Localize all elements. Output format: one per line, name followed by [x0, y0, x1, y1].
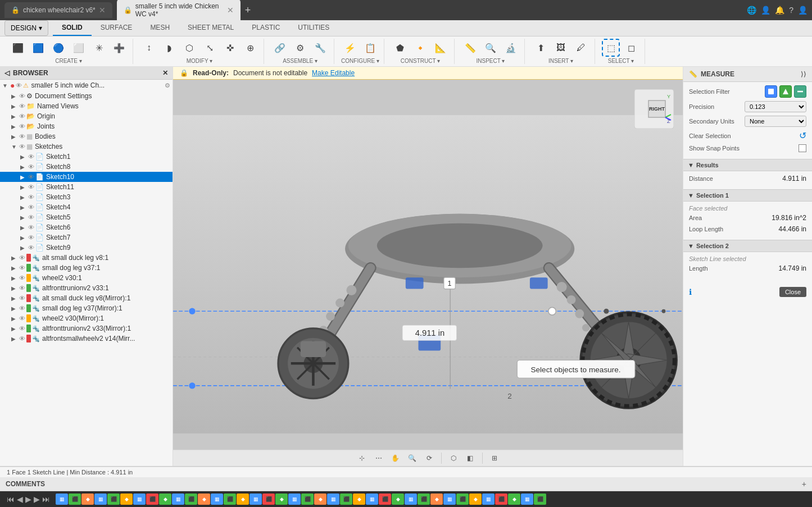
timeline-item[interactable]: ◆ — [237, 494, 249, 505]
tab-surface[interactable]: SURFACE — [92, 20, 142, 36]
joint-icon[interactable]: 🔗 — [271, 39, 289, 57]
eye-icon-comp4[interactable]: 👁 — [19, 285, 25, 291]
select-label[interactable]: SELECT ▾ — [608, 58, 634, 64]
modify-label[interactable]: MODIFY ▾ — [187, 58, 212, 64]
tree-item-comp2[interactable]: ▶ 👁 🔩 small dog leg v37:1 — [0, 263, 173, 273]
loft-icon[interactable]: ✳ — [90, 39, 108, 57]
tree-arrow-sk8[interactable]: ▶ — [20, 164, 28, 170]
timeline-item[interactable]: ▦ — [94, 494, 107, 505]
view-cube-btn[interactable]: ⬡ — [446, 452, 461, 464]
eye-icon-sk1[interactable]: 👁 — [28, 153, 34, 160]
configure-icon2[interactable]: 📋 — [361, 39, 379, 57]
eye-icon-sketches[interactable]: 👁 — [19, 143, 25, 150]
eye-icon-sk7[interactable]: 👁 — [28, 234, 34, 241]
tree-item-sketch8[interactable]: ▶ 👁 📄 Sketch8 — [0, 162, 173, 172]
precision-select[interactable]: 0.123 0.12 0.1 — [745, 101, 806, 112]
timeline-item[interactable]: ⬛ — [340, 494, 352, 505]
extrude-icon[interactable]: 🟦 — [29, 39, 47, 57]
tree-arrow-named[interactable]: ▶ — [11, 103, 19, 109]
tree-item-comp3[interactable]: ▶ 👁 🔩 wheel2 v30:1 — [0, 273, 173, 283]
eye-icon-bodies[interactable]: 👁 — [19, 133, 25, 140]
tree-arrow-comp9[interactable]: ▶ — [11, 336, 19, 342]
filter-icon-1[interactable] — [765, 85, 777, 98]
tree-arrow-comp4[interactable]: ▶ — [11, 285, 19, 291]
tree-item-doc-settings[interactable]: ▶ 👁 ⚙ Document Settings — [0, 91, 173, 101]
tree-item-sketch5[interactable]: ▶ 👁 📄 Sketch5 — [0, 212, 173, 222]
eye-icon-comp5[interactable]: 👁 — [19, 295, 25, 302]
timeline-item[interactable]: ▦ — [521, 494, 533, 505]
selection2-header[interactable]: ▼ Selection 2 — [683, 240, 812, 252]
tree-item-sketch6[interactable]: ▶ 👁 📄 Sketch6 — [0, 222, 173, 232]
window-select-icon[interactable]: ◻ — [622, 39, 640, 57]
timeline-item[interactable]: ⬛ — [495, 494, 507, 505]
zoom-btn[interactable]: 🔍 — [405, 452, 420, 464]
combine-icon[interactable]: ⊕ — [241, 39, 259, 57]
tree-arrow-root[interactable]: ▼ — [2, 83, 10, 89]
secondary-units-select[interactable]: None mm cm — [745, 116, 806, 127]
timeline-item[interactable]: ⬛ — [185, 494, 197, 505]
tree-arrow-sk5[interactable]: ▶ — [20, 214, 28, 221]
eye-icon-doc[interactable]: 👁 — [19, 93, 25, 99]
tree-arrow-comp1[interactable]: ▶ — [11, 255, 19, 261]
tree-arrow-comp3[interactable]: ▶ — [11, 275, 19, 281]
back-icon[interactable]: ◁ — [4, 69, 10, 77]
clear-selection-button[interactable]: ↺ — [799, 130, 806, 141]
eye-icon-named[interactable]: 👁 — [19, 103, 25, 109]
tree-item-sketch9[interactable]: ▶ 👁 📄 Sketch9 — [0, 243, 173, 253]
timeline-item[interactable]: ◆ — [469, 494, 482, 505]
timeline-item[interactable]: ▦ — [172, 494, 184, 505]
eye-icon-sk6[interactable]: 👁 — [28, 224, 34, 231]
revolve-icon[interactable]: 🔵 — [49, 39, 67, 57]
info-icon[interactable]: ℹ — [689, 287, 692, 296]
timeline-item[interactable]: ▦ — [288, 494, 301, 505]
measure-icon[interactable]: 📏 — [461, 39, 479, 57]
timeline-item[interactable]: ⬛ — [224, 494, 236, 505]
tree-arrow-sk6[interactable]: ▶ — [20, 225, 28, 231]
tree-arrow-comp2[interactable]: ▶ — [11, 265, 19, 271]
scale-icon[interactable]: ⤡ — [201, 39, 219, 57]
tree-item-comp5[interactable]: ▶ 👁 🔩 alt small duck leg v8(Mirror):1 — [0, 293, 173, 303]
tree-arrow-sk11[interactable]: ▶ — [20, 184, 28, 190]
construct-label[interactable]: CONSTRUCT ▾ — [401, 58, 440, 64]
pan-btn[interactable]: ✋ — [388, 452, 403, 464]
tab-sheetmetal[interactable]: SHEET METAL — [179, 20, 243, 36]
insert-icon[interactable]: ⬆ — [532, 39, 550, 57]
timeline-item[interactable]: ⬛ — [301, 494, 314, 505]
timeline-item[interactable]: ⬛ — [107, 494, 120, 505]
add-comment-icon[interactable]: + — [802, 479, 806, 488]
timeline-item[interactable]: ⬛ — [262, 494, 275, 505]
tree-item-sketch4[interactable]: ▶ 👁 📄 Sketch4 — [0, 202, 173, 212]
tree-item-sketch11[interactable]: ▶ 👁 📄 Sketch11 — [0, 182, 173, 192]
timeline-item[interactable]: ▦ — [133, 494, 146, 505]
sweep-icon[interactable]: ⬜ — [70, 39, 88, 57]
eye-icon-comp9[interactable]: 👁 — [19, 335, 25, 342]
tree-arrow-doc[interactable]: ▶ — [11, 93, 19, 99]
insert-label[interactable]: INSERT ▾ — [548, 58, 573, 64]
timeline-item[interactable]: ◆ — [275, 494, 288, 505]
tree-arrow-joints[interactable]: ▶ — [11, 124, 19, 130]
timeline-item[interactable]: ⬛ — [69, 494, 81, 505]
canvas-icon[interactable]: 🖊 — [572, 39, 590, 57]
tree-arrow-comp6[interactable]: ▶ — [11, 305, 19, 312]
tree-item-bodies[interactable]: ▶ 👁 ▦ Bodies — [0, 131, 173, 141]
decal-icon[interactable]: 🖼 — [552, 39, 570, 57]
results-section-header[interactable]: ▼ Results — [683, 159, 812, 171]
eye-icon-root[interactable]: 👁 — [16, 82, 22, 89]
timeline-item[interactable]: ⬛ — [379, 494, 391, 505]
root-settings-icon[interactable]: ⚙ — [165, 82, 170, 89]
design-button[interactable]: DESIGN ▾ — [4, 20, 48, 36]
eye-icon-comp3[interactable]: 👁 — [19, 275, 25, 281]
timeline-item[interactable]: ▦ — [56, 494, 68, 505]
tree-arrow-sk7[interactable]: ▶ — [20, 235, 28, 241]
filter-icon-2[interactable] — [779, 85, 792, 98]
show-snap-checkbox[interactable] — [799, 144, 806, 152]
tree-item-comp7[interactable]: ▶ 👁 🔩 wheel2 v30(Mirror):1 — [0, 313, 173, 323]
eye-icon-sk4[interactable]: 👁 — [28, 204, 34, 211]
tree-item-named-views[interactable]: ▶ 👁 📁 Named Views — [0, 101, 173, 111]
tree-arrow-origin[interactable]: ▶ — [11, 113, 19, 120]
eye-icon-comp7[interactable]: 👁 — [19, 315, 25, 322]
selection1-header[interactable]: ▼ Selection 1 — [683, 189, 812, 202]
tab-close-1[interactable]: ✕ — [99, 6, 106, 15]
orbit-btn[interactable]: ⟳ — [422, 452, 437, 464]
new-component-icon[interactable]: ⬛ — [9, 39, 27, 57]
